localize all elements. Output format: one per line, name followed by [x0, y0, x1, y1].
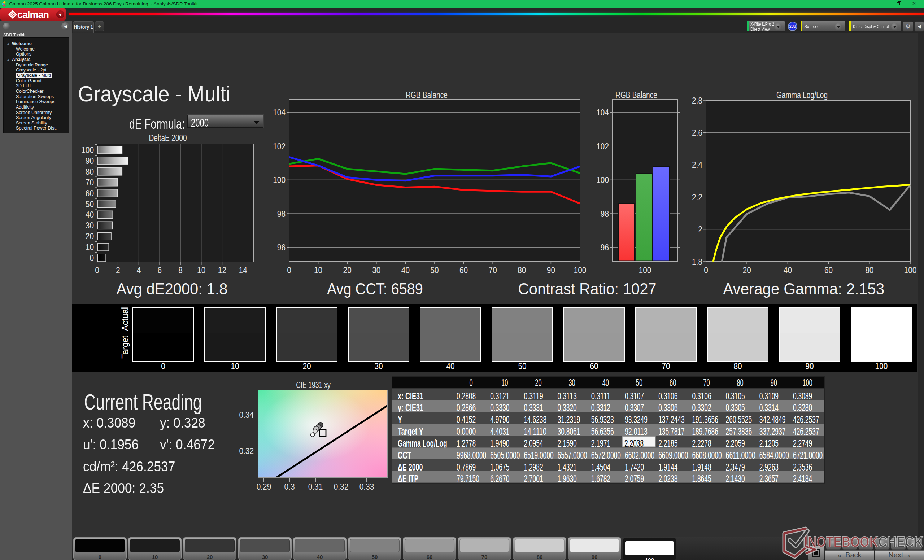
svg-text:40: 40	[602, 377, 609, 388]
svg-text:0: 0	[90, 253, 94, 263]
svg-text:20: 20	[535, 377, 542, 388]
svg-text:426.2537: 426.2537	[793, 425, 819, 437]
svg-text:0.3307: 0.3307	[625, 401, 644, 413]
svg-text:100: 100	[81, 145, 94, 155]
svg-text:2.1430: 2.1430	[726, 473, 745, 484]
svg-text:0.3314: 0.3314	[759, 401, 778, 413]
svg-text:30: 30	[568, 377, 575, 388]
svg-text:50: 50	[430, 265, 438, 275]
svg-text:0: 0	[287, 265, 291, 275]
svg-text:0: 0	[704, 265, 708, 275]
svg-text:96: 96	[277, 243, 285, 252]
svg-text:6: 6	[158, 265, 162, 275]
svg-text:31.2319: 31.2319	[558, 413, 580, 425]
svg-text:2.2: 2.2	[692, 192, 702, 202]
svg-text:2.1590: 2.1590	[558, 437, 577, 449]
svg-text:100: 100	[802, 377, 813, 388]
svg-text:CCT: CCT	[398, 449, 411, 461]
svg-text:1.7420: 1.7420	[625, 461, 644, 473]
svg-text:10: 10	[314, 265, 322, 275]
svg-text:100: 100	[596, 175, 609, 185]
svg-text:60: 60	[590, 361, 598, 371]
svg-text:2.2278: 2.2278	[692, 437, 711, 449]
svg-text:80: 80	[865, 265, 873, 275]
svg-text:14.1110: 14.1110	[524, 425, 546, 437]
svg-text:30.8061: 30.8061	[558, 425, 580, 437]
svg-text:RGB Balance: RGB Balance	[615, 90, 657, 100]
svg-text:0.3320: 0.3320	[558, 401, 577, 413]
svg-text:6584.0000: 6584.0000	[759, 449, 789, 461]
svg-text:Avg CCT: 6589: Avg CCT: 6589	[327, 280, 423, 298]
svg-text:0.33: 0.33	[360, 482, 374, 491]
svg-text:Contrast Ratio: 1027: Contrast Ratio: 1027	[518, 280, 657, 298]
svg-text:60: 60	[86, 188, 94, 198]
svg-text:2.4184: 2.4184	[793, 473, 812, 484]
svg-text:ΔE 2000: ΔE 2000	[398, 461, 423, 473]
svg-text:y: CIE31: y: CIE31	[398, 401, 423, 413]
svg-text:0.3331: 0.3331	[524, 401, 543, 413]
svg-text:1.9148: 1.9148	[692, 461, 711, 473]
svg-text:0: 0	[161, 361, 165, 371]
svg-text:0.3106: 0.3106	[692, 390, 711, 401]
svg-text:0.0000: 0.0000	[457, 425, 476, 437]
svg-text:1.9144: 1.9144	[658, 461, 678, 473]
svg-text:104: 104	[273, 108, 285, 117]
svg-text:0.3089: 0.3089	[793, 390, 812, 401]
svg-text:ΔE ITP: ΔE ITP	[398, 473, 418, 484]
svg-text:0.3312: 0.3312	[591, 401, 610, 413]
svg-text:1.4321: 1.4321	[558, 461, 577, 473]
svg-text:100: 100	[574, 265, 586, 275]
svg-text:104: 104	[596, 108, 609, 117]
svg-text:30: 30	[374, 361, 382, 371]
svg-text:2.1971: 2.1971	[591, 437, 610, 449]
svg-text:Average Gamma: 2.153: Average Gamma: 2.153	[723, 280, 884, 298]
svg-text:Actual: Actual	[120, 307, 130, 331]
svg-text:6519.0000: 6519.0000	[524, 449, 554, 461]
svg-text:Avg dE2000: 1.8: Avg dE2000: 1.8	[117, 280, 228, 298]
svg-text:1.2982: 1.2982	[524, 461, 543, 473]
svg-text:x: CIE31: x: CIE31	[398, 390, 423, 401]
svg-text:6608.0000: 6608.0000	[692, 449, 722, 461]
svg-text:2: 2	[116, 265, 120, 275]
svg-text:12: 12	[218, 265, 226, 275]
svg-text:60: 60	[669, 377, 676, 388]
svg-text:2.4: 2.4	[692, 160, 702, 169]
svg-text:4.4031: 4.4031	[490, 425, 509, 437]
svg-text:20: 20	[343, 265, 351, 275]
svg-text:20: 20	[303, 361, 311, 371]
svg-text:50: 50	[636, 377, 642, 388]
svg-text:0.32: 0.32	[334, 482, 349, 491]
svg-text:30: 30	[86, 220, 94, 230]
svg-text:0.29: 0.29	[256, 482, 272, 491]
svg-text:0.3113: 0.3113	[558, 390, 577, 401]
svg-text:93.3249: 93.3249	[625, 413, 648, 425]
svg-text:0.3105: 0.3105	[726, 390, 745, 401]
svg-text:2: 2	[698, 225, 702, 234]
svg-text:189.7686: 189.7686	[692, 425, 718, 437]
svg-text:10: 10	[86, 242, 94, 252]
svg-text:Y: Y	[398, 413, 402, 425]
svg-text:90: 90	[86, 156, 94, 166]
svg-text:2.7001: 2.7001	[524, 473, 543, 484]
svg-text:0.3280: 0.3280	[793, 401, 812, 413]
svg-text:10: 10	[231, 361, 239, 371]
svg-text:70: 70	[489, 265, 497, 275]
svg-text:80: 80	[518, 265, 526, 275]
svg-text:70: 70	[86, 178, 94, 187]
svg-text:0.3106: 0.3106	[658, 390, 678, 401]
svg-text:6721.0000: 6721.0000	[793, 449, 823, 461]
svg-text:257.3836: 257.3836	[726, 425, 752, 437]
svg-text:6611.0000: 6611.0000	[726, 449, 756, 461]
svg-text:1.2778: 1.2778	[457, 437, 476, 449]
svg-text:2.2038: 2.2038	[624, 437, 644, 449]
svg-text:0.4152: 0.4152	[457, 413, 476, 425]
svg-text:CIE 1931 xy: CIE 1931 xy	[296, 380, 330, 390]
svg-text:6557.0000: 6557.0000	[558, 449, 587, 461]
svg-text:2.2059: 2.2059	[726, 437, 745, 449]
svg-text:0.32: 0.32	[239, 446, 254, 456]
svg-text:2.9263: 2.9263	[759, 461, 778, 473]
svg-text:1.0675: 1.0675	[490, 461, 509, 473]
svg-text:CHECK: CHECK	[878, 533, 923, 550]
svg-text:2.3479: 2.3479	[726, 461, 745, 473]
svg-text:260.5525: 260.5525	[726, 413, 752, 425]
